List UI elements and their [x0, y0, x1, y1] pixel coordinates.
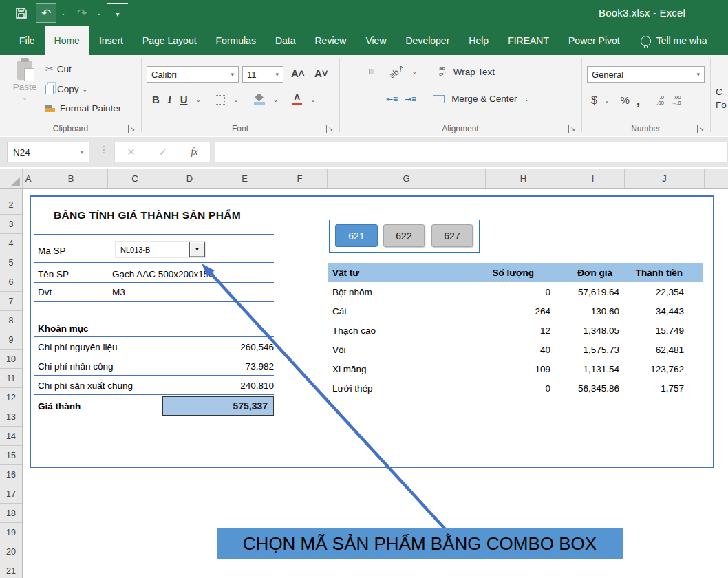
- row-header-1-partial[interactable]: [0, 189, 22, 195]
- underline-button[interactable]: U: [180, 94, 188, 105]
- wrap-text-button[interactable]: Wrap Text: [453, 67, 495, 77]
- copy-button[interactable]: Copy ⌄: [45, 84, 87, 94]
- tab-data[interactable]: Data: [266, 26, 306, 55]
- combobox-dropdown-icon[interactable]: ▼: [189, 242, 204, 257]
- table-row[interactable]: Vôi 40 1,575.73 62,481: [328, 340, 703, 359]
- tab-home[interactable]: Home: [45, 26, 89, 55]
- row-header[interactable]: 15: [0, 446, 22, 465]
- table-row[interactable]: Cát 264 130.60 34,443: [328, 301, 703, 321]
- account-button-627[interactable]: 627: [431, 224, 473, 247]
- cost-item-label[interactable]: Chi phí sản xuất chung: [38, 381, 133, 391]
- ten-sp-label[interactable]: Tên SP: [38, 269, 69, 279]
- font-size-select[interactable]: 11▾: [242, 66, 283, 83]
- accounting-format-button[interactable]: $: [591, 94, 597, 107]
- cost-item-value[interactable]: 240,810: [171, 381, 274, 391]
- tab-insert[interactable]: Insert: [89, 26, 133, 55]
- comma-style-button[interactable]: ,: [636, 92, 641, 108]
- top-align-button[interactable]: [347, 69, 352, 74]
- align-left-button[interactable]: [347, 97, 352, 101]
- column-header-g[interactable]: G: [328, 169, 486, 188]
- format-painter-button[interactable]: Format Painter: [45, 103, 121, 114]
- cost-item-value[interactable]: 260,546: [171, 342, 274, 352]
- decrease-indent-button[interactable]: ⇤≡: [386, 94, 398, 104]
- row-header[interactable]: 17: [0, 484, 22, 504]
- tab-power-pivot[interactable]: Power Pivot: [559, 26, 630, 55]
- cancel-icon[interactable]: ✕: [127, 147, 135, 158]
- customize-qat-icon[interactable]: ▾: [107, 3, 128, 23]
- table-row[interactable]: Thạch cao 12 1,348.05 15,749: [328, 321, 703, 340]
- row-header[interactable]: 20: [0, 542, 22, 561]
- cost-item-value[interactable]: 73,982: [171, 361, 274, 372]
- cost-item-label[interactable]: Chi phí nhân công: [38, 361, 114, 372]
- name-box[interactable]: N24 ▾: [7, 142, 89, 162]
- tab-help[interactable]: Help: [459, 26, 498, 55]
- table-row[interactable]: Bột nhôm 0 57,619.64 22,354: [328, 282, 703, 301]
- column-header-a[interactable]: A: [23, 169, 34, 188]
- tell-me-box[interactable]: Tell me wha: [630, 26, 707, 55]
- align-center-button[interactable]: [358, 97, 363, 101]
- total-cost-label[interactable]: Giá thành: [38, 401, 81, 411]
- merge-center-dropdown-icon[interactable]: ⌄: [524, 96, 529, 103]
- row-header[interactable]: 13: [0, 407, 22, 427]
- alignment-dialog-launcher-icon[interactable]: ↘: [568, 125, 577, 133]
- bold-button[interactable]: B: [152, 94, 160, 105]
- cost-item-label[interactable]: Chi phí nguyên liệu: [38, 342, 118, 352]
- insert-function-icon[interactable]: fx: [191, 147, 197, 158]
- dvt-label[interactable]: Đvt: [38, 287, 52, 297]
- merge-center-button[interactable]: Merge & Center: [451, 94, 517, 104]
- borders-button[interactable]: [215, 95, 225, 105]
- column-header-e[interactable]: E: [217, 169, 272, 188]
- column-header-d[interactable]: D: [162, 169, 217, 188]
- row-header[interactable]: 4: [0, 234, 22, 253]
- cost-section-header[interactable]: Khoản mục: [38, 323, 89, 334]
- column-header-b[interactable]: B: [34, 169, 108, 188]
- increase-decimal-button[interactable]: ←.0.00: [654, 95, 664, 106]
- orientation-button[interactable]: ab↗: [387, 63, 406, 81]
- tab-view[interactable]: View: [356, 26, 396, 55]
- save-icon[interactable]: [11, 3, 32, 23]
- font-color-dropdown-icon[interactable]: ⌄: [310, 96, 316, 103]
- column-header-h[interactable]: H: [486, 169, 561, 188]
- row-header[interactable]: 12: [0, 388, 22, 407]
- select-all-button[interactable]: [0, 169, 23, 188]
- decrease-font-size-button[interactable]: A˅: [314, 67, 328, 79]
- font-dialog-launcher-icon[interactable]: ↘: [326, 125, 334, 133]
- row-header[interactable]: 18: [0, 504, 22, 523]
- row-header[interactable]: 19: [0, 523, 22, 542]
- number-format-select[interactable]: General▾: [587, 66, 705, 83]
- dvt-value[interactable]: M3: [112, 287, 125, 297]
- column-header-c[interactable]: C: [108, 169, 162, 188]
- row-header[interactable]: 7: [0, 292, 22, 311]
- row-header[interactable]: 14: [0, 427, 22, 446]
- accounting-dropdown-icon[interactable]: ⌄: [604, 97, 610, 104]
- middle-align-button[interactable]: [358, 69, 363, 74]
- product-code-combobox[interactable]: NL013-B ▼: [116, 242, 205, 257]
- percent-style-button[interactable]: %: [620, 94, 629, 106]
- cut-button[interactable]: ✂ Cut: [45, 63, 72, 74]
- column-header-j[interactable]: J: [625, 169, 705, 188]
- fill-color-button[interactable]: [254, 94, 265, 105]
- ten-sp-value[interactable]: Gạch AAC 500x200x150: [112, 269, 214, 279]
- borders-dropdown-icon[interactable]: ⌄: [233, 96, 239, 103]
- font-family-select[interactable]: Calibri▾: [147, 66, 239, 83]
- undo-button[interactable]: ↶: [36, 3, 56, 23]
- row-header[interactable]: 6: [0, 272, 22, 292]
- tab-developer[interactable]: Developer: [396, 26, 460, 55]
- row-header[interactable]: 11: [0, 369, 22, 388]
- redo-dropdown-icon[interactable]: ⌄: [96, 10, 103, 17]
- row-header[interactable]: 10: [0, 350, 22, 369]
- row-header[interactable]: 2: [0, 195, 22, 215]
- align-right-button[interactable]: [370, 97, 374, 101]
- row-header[interactable]: 16: [0, 465, 22, 484]
- ma-sp-label[interactable]: Mã SP: [38, 246, 66, 256]
- row-header[interactable]: 5: [0, 253, 22, 272]
- total-cost-value[interactable]: 575,337: [162, 396, 274, 416]
- row-header[interactable]: 9: [0, 330, 22, 350]
- row-header[interactable]: 3: [0, 215, 22, 234]
- undo-dropdown-icon[interactable]: ⌄: [61, 10, 67, 17]
- name-box-dropdown-icon[interactable]: ▾: [80, 149, 83, 156]
- paste-button[interactable]: Paste ⌄: [8, 61, 41, 118]
- column-header-i[interactable]: I: [561, 169, 625, 188]
- table-row[interactable]: Lưới thép 0 56,345.86 1,757: [328, 378, 703, 398]
- row-header[interactable]: 8: [0, 311, 22, 330]
